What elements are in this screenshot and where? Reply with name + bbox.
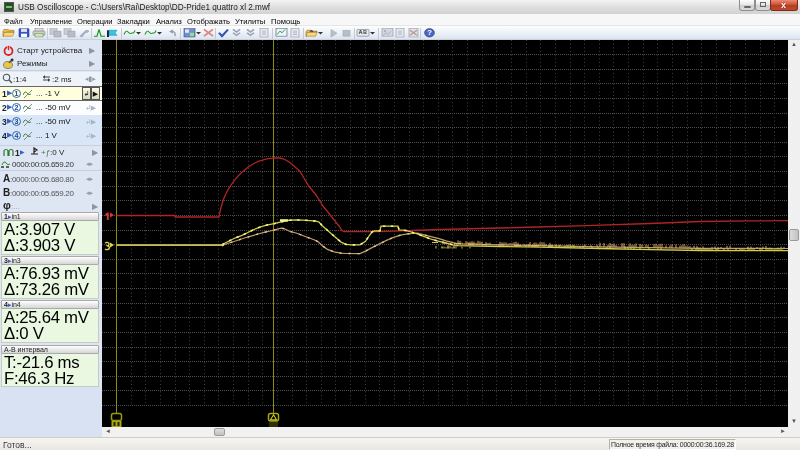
- svg-text:a: a: [310, 28, 313, 33]
- svg-text:?: ?: [427, 29, 432, 37]
- svg-text:B: B: [363, 30, 367, 35]
